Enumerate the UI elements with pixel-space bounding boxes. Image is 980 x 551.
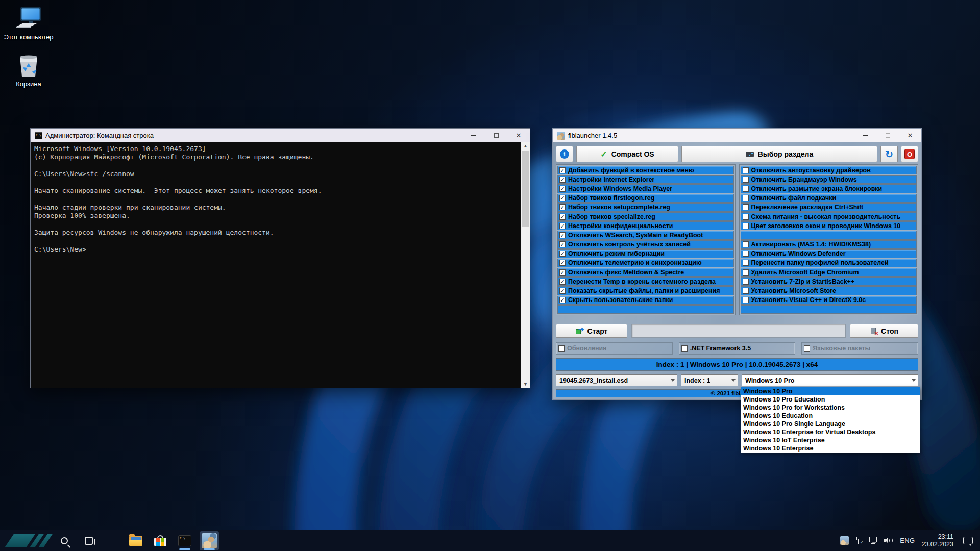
- checkbox-checked[interactable]: ✓: [559, 297, 566, 303]
- tweak-option-row[interactable]: Установить Microsoft Store: [741, 286, 917, 295]
- checkbox-unchecked[interactable]: [743, 195, 749, 201]
- tweak-option-row[interactable]: ✓Скрыть пользовательские папки: [557, 296, 734, 305]
- tweak-option-row[interactable]: ✓Отключить режим гибернации: [557, 249, 734, 258]
- scrollbar-thumb[interactable]: [522, 151, 529, 227]
- search-button[interactable]: [55, 531, 74, 550]
- tweak-option-row[interactable]: Схема питания - высокая производительнос…: [741, 212, 917, 221]
- edition-dropdown-item[interactable]: Windows 10 Enterprise: [741, 444, 920, 453]
- tweak-option-row[interactable]: Перенести папку профилей пользователей: [741, 259, 917, 267]
- checkbox-unchecked[interactable]: [743, 186, 749, 192]
- tweak-option-row[interactable]: Активировать (MAS 1.4: HWID/KMS38): [741, 240, 917, 249]
- image-file-select[interactable]: 19045.2673_install.esd: [556, 374, 677, 386]
- checkbox-checked[interactable]: ✓: [559, 279, 566, 285]
- tweak-option-row[interactable]: Отключить файл подкачки: [741, 194, 917, 203]
- extra-option[interactable]: Языковые пакеты: [801, 342, 918, 355]
- edition-select[interactable]: Windows 10 Pro: [742, 374, 918, 386]
- cmd-titlebar[interactable]: C:\ Администратор: Командная строка ✕: [31, 129, 530, 142]
- checkbox-unchecked[interactable]: [743, 297, 749, 303]
- cmd-scrollbar[interactable]: ▲ ▼: [521, 142, 530, 388]
- usb-icon[interactable]: ✓: [855, 537, 862, 545]
- close-button[interactable]: ✕: [899, 129, 921, 142]
- scroll-down-icon[interactable]: ▼: [523, 381, 528, 388]
- tweak-option-row[interactable]: Удалить Microsoft Edge Chromium: [741, 268, 917, 277]
- index-select[interactable]: Index : 1: [681, 374, 738, 386]
- tweak-option-row[interactable]: Отключить размытие экрана блокировки: [741, 184, 917, 193]
- start-button[interactable]: [5, 534, 49, 547]
- tweak-option-row[interactable]: ✓Набор твиков firstlogon.reg: [557, 194, 734, 203]
- flblauncher-titlebar[interactable]: flblauncher 1.4.5 ✕: [553, 129, 921, 142]
- minimize-button[interactable]: [462, 129, 485, 142]
- checkbox-unchecked[interactable]: [743, 177, 749, 183]
- tweak-option-row[interactable]: ✓Настройки конфиденциальности: [557, 221, 734, 230]
- checkbox-unchecked[interactable]: [743, 260, 749, 266]
- desktop-icon-recycle-bin[interactable]: Корзина: [2, 53, 55, 88]
- tweak-option-row[interactable]: Отключить автоустановку драйверов: [741, 166, 917, 174]
- checkbox-checked[interactable]: ✓: [559, 195, 566, 201]
- tweak-option-row[interactable]: Переключение раскладки Ctrl+Shift: [741, 203, 917, 212]
- partition-select-button[interactable]: Выбор раздела: [681, 146, 877, 162]
- checkbox-unchecked[interactable]: [681, 345, 688, 352]
- checkbox-unchecked[interactable]: [804, 345, 810, 352]
- tweak-option-row[interactable]: ✓Набор твиков setupcomplete.reg: [557, 203, 734, 212]
- tweak-option-row[interactable]: ✓Отключить фикс Meltdown & Spectre: [557, 268, 734, 277]
- power-button[interactable]: O: [901, 146, 918, 162]
- cmd-output[interactable]: Microsoft Windows [Version 10.0.19045.26…: [31, 142, 521, 388]
- checkbox-unchecked[interactable]: [743, 288, 749, 294]
- tweak-option-row[interactable]: ✓Отключить WSearch, SysMain и ReadyBoot: [557, 231, 734, 239]
- edition-dropdown-item[interactable]: Windows 10 Pro Education: [741, 395, 920, 404]
- extra-option[interactable]: Обновления: [556, 342, 673, 355]
- compact-os-button[interactable]: ✓ Compact OS: [576, 146, 678, 162]
- checkbox-unchecked[interactable]: [743, 269, 749, 276]
- checkbox-unchecked[interactable]: [743, 204, 749, 210]
- checkbox-checked[interactable]: ✓: [559, 241, 566, 247]
- tweak-option-row[interactable]: Отключить Windows Defender: [741, 249, 917, 258]
- tweak-option-row[interactable]: Отключить Брандмауэр Windows: [741, 175, 917, 184]
- checkbox-unchecked[interactable]: [558, 345, 565, 352]
- checkbox-checked[interactable]: ✓: [559, 223, 566, 229]
- checkbox-checked[interactable]: ✓: [559, 204, 566, 210]
- notification-bubble-icon[interactable]: [963, 537, 973, 544]
- task-view-button[interactable]: [79, 531, 99, 550]
- flblauncher-button[interactable]: [200, 531, 219, 550]
- tweak-option-row[interactable]: Установить 7-Zip и StartIsBack++: [741, 277, 917, 286]
- file-explorer-button[interactable]: [126, 531, 145, 550]
- checkbox-unchecked[interactable]: [743, 167, 749, 173]
- checkbox-checked[interactable]: ✓: [559, 177, 566, 183]
- checkbox-checked[interactable]: ✓: [559, 186, 566, 192]
- checkbox-unchecked[interactable]: [743, 223, 749, 229]
- checkbox-unchecked[interactable]: [743, 241, 749, 247]
- command-prompt-button[interactable]: C:\_: [175, 531, 194, 550]
- edition-dropdown-item[interactable]: Windows 10 Pro for Workstations: [741, 404, 920, 412]
- tweak-option-row[interactable]: ✓Настройки Windows Media Player: [557, 184, 734, 193]
- checkbox-unchecked[interactable]: [743, 214, 749, 220]
- tweak-option-row[interactable]: Цвет заголовков окон и проводник Windows…: [741, 221, 917, 230]
- checkbox-unchecked[interactable]: [743, 279, 749, 285]
- minimize-button[interactable]: [854, 129, 876, 142]
- start-button[interactable]: Старт: [556, 324, 627, 338]
- checkbox-checked[interactable]: ✓: [559, 260, 566, 266]
- microsoft-store-button[interactable]: [151, 531, 170, 550]
- checkbox-checked[interactable]: ✓: [559, 288, 566, 294]
- network-icon[interactable]: [868, 537, 877, 544]
- edition-dropdown-item[interactable]: Windows 10 Enterprise for Virtual Deskto…: [741, 428, 920, 436]
- checkbox-checked[interactable]: ✓: [559, 232, 566, 238]
- tweak-option-row[interactable]: ✓Отключить телеметрию и синхронизацию: [557, 259, 734, 267]
- tweak-option-row[interactable]: Установить Visual C++ и DirectX 9.0c: [741, 296, 917, 305]
- maximize-button[interactable]: [876, 129, 899, 142]
- checkbox-checked[interactable]: ✓: [559, 251, 566, 257]
- desktop-icon-this-pc[interactable]: Этот компьютер: [2, 6, 55, 41]
- checkbox-checked[interactable]: ✓: [559, 167, 566, 173]
- tweak-option-row[interactable]: ✓Набор твиков specialize.reg: [557, 212, 734, 221]
- clock[interactable]: 23:11 23.02.2023: [921, 533, 953, 548]
- refresh-button[interactable]: ↻: [880, 146, 898, 162]
- checkbox-unchecked[interactable]: [743, 251, 749, 257]
- checkbox-checked[interactable]: ✓: [559, 214, 566, 220]
- maximize-button[interactable]: [485, 129, 507, 142]
- scroll-up-icon[interactable]: ▲: [523, 142, 528, 149]
- checkbox-checked[interactable]: ✓: [559, 269, 566, 276]
- tweak-option-row[interactable]: ✓Показать скрытые файлы, папки и расшире…: [557, 286, 734, 295]
- tweak-option-row[interactable]: ✓Перенести Temp в корень системного разд…: [557, 277, 734, 286]
- info-button[interactable]: i: [556, 146, 573, 162]
- flblauncher-tray-icon[interactable]: [840, 536, 849, 545]
- edition-dropdown-item[interactable]: Windows 10 Pro: [741, 387, 920, 395]
